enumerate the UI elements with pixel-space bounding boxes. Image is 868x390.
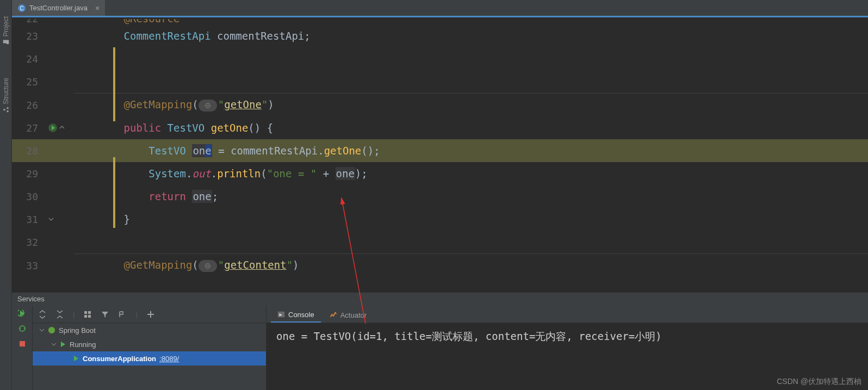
- change-marker: [113, 157, 115, 228]
- tree-row-app[interactable]: ConsumerApplication :8089/: [33, 351, 266, 366]
- code-content[interactable]: @GetMapping("getOne"): [74, 98, 274, 112]
- code-line[interactable]: 30 return one;: [12, 185, 868, 208]
- code-content[interactable]: [74, 236, 124, 248]
- group-icon[interactable]: [83, 310, 92, 319]
- code-line[interactable]: 22 @Resource: [12, 19, 868, 24]
- services-tabs: Console Actuator: [266, 306, 868, 323]
- structure-label: Structure: [2, 78, 10, 104]
- code-line[interactable]: 28 TestVO one = commentRestApi.getOne();: [12, 139, 868, 162]
- svg-text:C: C: [20, 5, 23, 11]
- console-icon: [277, 311, 285, 318]
- code-line[interactable]: 32: [12, 231, 868, 253]
- chevron-down-icon: [39, 327, 45, 333]
- svg-rect-13: [84, 311, 87, 314]
- filter-icon[interactable]: [101, 310, 109, 319]
- services-toolbar-left: [12, 306, 33, 390]
- run-gutter-icon[interactable]: [48, 123, 58, 133]
- tree-row-root[interactable]: Spring Boot: [33, 323, 266, 337]
- services-panel: Services | | Spring Boot: [12, 292, 868, 390]
- line-number: 28: [12, 145, 48, 157]
- tree-root-label: Spring Boot: [59, 326, 96, 335]
- svg-rect-15: [84, 315, 87, 318]
- svg-rect-14: [88, 311, 91, 314]
- code-content[interactable]: @Resource: [74, 19, 179, 24]
- play-icon: [73, 355, 79, 362]
- line-number: 26: [12, 100, 48, 111]
- url-mapping-icon[interactable]: [199, 100, 217, 112]
- structure-tool-button[interactable]: Structure: [2, 78, 10, 113]
- spring-icon: [48, 326, 55, 334]
- code-content[interactable]: System.out.println("one = " + one);: [74, 168, 368, 179]
- stop-icon[interactable]: [18, 339, 27, 348]
- url-mapping-icon[interactable]: [199, 260, 217, 272]
- file-tab[interactable]: C TestController.java ×: [12, 0, 105, 16]
- code-line[interactable]: 25: [12, 70, 868, 93]
- code-line[interactable]: 29 System.out.println("one = " + one);: [12, 162, 868, 185]
- tree-status-label: Running: [70, 341, 96, 349]
- code-content[interactable]: TestVO one = commentRestApi.getOne();: [74, 145, 380, 157]
- fold-icon[interactable]: [59, 125, 65, 131]
- svg-rect-1: [7, 108, 8, 109]
- code-content[interactable]: [74, 76, 124, 88]
- code-line[interactable]: 26 @GetMapping("getOne"): [12, 94, 868, 116]
- line-number: 24: [12, 53, 48, 65]
- project-tool-button[interactable]: Project: [2, 16, 10, 45]
- line-number: 22: [12, 19, 48, 24]
- code-content[interactable]: @GetMapping("getContent"): [74, 259, 299, 272]
- gutter-icons: [48, 216, 74, 222]
- code-line[interactable]: 27 public TestVO getOne() {: [12, 116, 868, 139]
- svg-rect-0: [7, 111, 8, 113]
- code-content[interactable]: public TestVO getOne() {: [74, 122, 273, 134]
- tree-app-port[interactable]: :8089/: [159, 355, 179, 363]
- line-number: 33: [12, 260, 48, 271]
- line-number: 27: [12, 122, 48, 134]
- services-tree: | | Spring Boot Running ConsumerApplicat…: [33, 306, 266, 390]
- console-tab-label: Console: [288, 311, 314, 319]
- add-icon[interactable]: [146, 310, 155, 319]
- line-number: 29: [12, 168, 48, 179]
- line-number: 32: [12, 237, 48, 248]
- code-line[interactable]: 31 }: [12, 208, 868, 231]
- code-content[interactable]: CommentRestApi commentRestApi;: [74, 30, 311, 42]
- file-tab-label: TestController.java: [29, 4, 88, 12]
- line-number: 25: [12, 76, 48, 88]
- run-status-icon: [60, 341, 66, 348]
- tool-window-strip[interactable]: Project Structure: [0, 0, 12, 390]
- gutter-icons: [48, 123, 74, 133]
- chevron-down-icon: [51, 342, 57, 347]
- console-tab[interactable]: Console: [271, 307, 321, 323]
- watermark: CSDN @伏加特遇上西柚: [777, 377, 861, 387]
- tree-app-label: ConsumerApplication: [83, 355, 156, 363]
- code-content[interactable]: [74, 53, 124, 65]
- layout-icon[interactable]: [118, 310, 127, 319]
- code-editor[interactable]: 22 @Resource23 CommentRestApi commentRes…: [12, 19, 868, 292]
- structure-icon: [3, 107, 9, 113]
- rerun-icon[interactable]: [18, 309, 27, 318]
- svg-rect-12: [20, 341, 25, 346]
- svg-rect-16: [88, 315, 91, 318]
- code-line[interactable]: 24: [12, 47, 868, 70]
- code-line[interactable]: 23 CommentRestApi commentRestApi;: [12, 24, 868, 47]
- svg-point-19: [48, 327, 55, 333]
- code-line[interactable]: 33 @GetMapping("getContent"): [12, 254, 868, 277]
- line-number: 31: [12, 214, 48, 225]
- close-icon[interactable]: ×: [95, 4, 100, 13]
- line-number: 23: [12, 30, 48, 42]
- actuator-icon: [330, 311, 337, 319]
- debug-icon[interactable]: [18, 324, 27, 333]
- actuator-tab-label: Actuator: [340, 311, 367, 319]
- svg-rect-2: [3, 109, 5, 111]
- code-content[interactable]: }: [74, 213, 130, 225]
- expand-all-icon[interactable]: [38, 310, 47, 319]
- project-label: Project: [2, 16, 10, 36]
- fold-end-icon[interactable]: [48, 216, 54, 222]
- editor-tab-bar: C TestController.java ×: [12, 0, 868, 17]
- code-content[interactable]: return one;: [74, 190, 218, 202]
- collapse-all-icon[interactable]: [55, 310, 64, 319]
- services-title: Services: [12, 293, 868, 306]
- tree-row-status[interactable]: Running: [33, 337, 266, 351]
- java-class-icon: C: [17, 4, 26, 13]
- folder-icon: [3, 39, 9, 45]
- actuator-tab[interactable]: Actuator: [323, 307, 373, 323]
- change-marker: [113, 47, 115, 121]
